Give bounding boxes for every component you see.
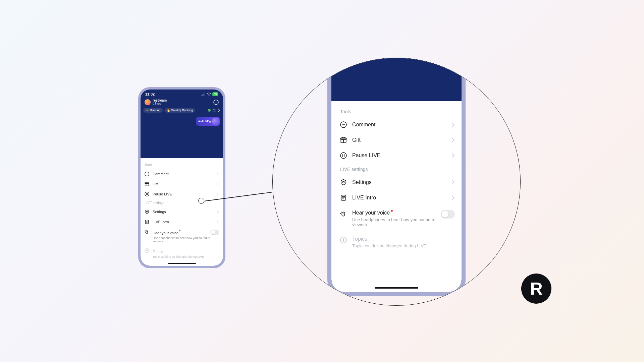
home-indicator	[375, 287, 418, 289]
settings-topics-row: Topics Topic couldn't be changed during …	[145, 246, 219, 261]
row-subtitle: Topic couldn't be changed during LIVE	[153, 255, 204, 258]
row-label: Topics	[153, 250, 163, 254]
stream-header: restream 0 likes	[141, 98, 223, 107]
gift-icon	[145, 182, 149, 186]
phone-frame-small: 11:02 85 restream 0 likes	[138, 87, 225, 268]
row-subtitle: Topic couldn't be changed during LIVE	[352, 243, 426, 248]
gaming-chip[interactable]: 🎮 Gaming	[143, 108, 163, 113]
document-icon	[145, 220, 149, 224]
row-label: Hear your voice	[352, 210, 390, 216]
chevron-right-icon	[452, 153, 455, 158]
chevron-right-icon	[218, 108, 220, 112]
home-indicator	[168, 263, 196, 264]
restream-logo-badge: R	[521, 274, 551, 304]
row-label: Comment	[352, 122, 375, 128]
add-live-goal-button[interactable]: Add LIVE goal	[196, 117, 220, 126]
logo-letter: R	[530, 279, 543, 299]
fire-icon: 🔥	[167, 109, 170, 112]
power-icon[interactable]	[213, 99, 219, 105]
settings-intro-row[interactable]: LIVE Intro	[145, 217, 219, 227]
status-bar: 11:02 85	[141, 89, 223, 98]
row-label: Pause LIVE	[153, 192, 172, 196]
pause-icon	[340, 152, 347, 159]
pause-icon	[145, 192, 149, 196]
settings-general-row[interactable]: Settings	[145, 207, 219, 217]
row-subtitle: Use headphones to hear how you sound to …	[352, 217, 441, 227]
phone-screen-small: 11:02 85 restream 0 likes	[141, 89, 223, 266]
wifi-icon	[207, 93, 211, 96]
callout-connector-anchor	[198, 198, 204, 204]
hear-voice-toggle[interactable]	[210, 230, 219, 235]
header-mini-icons[interactable]	[208, 108, 220, 112]
row-subtitle: Use headphones to hear how you sound to …	[153, 236, 210, 243]
zoom-circle: Tools Comment Gift	[272, 58, 521, 306]
cellular-icon	[202, 93, 206, 96]
document-icon	[340, 194, 347, 201]
settings-sheet-small: Tools Comment Gift	[141, 158, 223, 266]
chip-label: Gaming	[150, 109, 161, 112]
svg-rect-23	[204, 94, 204, 96]
row-label: Comment	[153, 172, 169, 176]
chevron-right-icon	[452, 195, 455, 200]
settings-hear-voice-row[interactable]: Hear your voice Use headphones to hear h…	[340, 205, 455, 232]
settings-sheet-large: Tools Comment Gift	[331, 101, 462, 292]
chevron-right-icon	[217, 192, 219, 196]
chevron-right-icon	[217, 210, 219, 214]
profile-block[interactable]: restream 0 likes	[145, 99, 167, 105]
tools-pause-row[interactable]: Pause LIVE	[145, 189, 219, 199]
illustration-canvas: 11:02 85 restream 0 likes	[78, 44, 566, 318]
settings-hear-voice-row[interactable]: Hear your voice Use headphones to hear h…	[145, 227, 219, 246]
svg-rect-24	[205, 93, 205, 96]
hear-voice-toggle[interactable]	[441, 210, 455, 219]
tools-comment-row[interactable]: Comment	[340, 117, 455, 132]
chevron-right-icon	[452, 138, 455, 142]
row-label: Pause LIVE	[352, 153, 381, 159]
comment-icon	[145, 172, 149, 176]
gear-icon	[340, 179, 347, 186]
chip-label: Weekly Ranking	[171, 109, 193, 112]
plus-circle-icon	[340, 237, 347, 243]
chips-row: 🎮 Gaming 🔥 Weekly Ranking	[141, 107, 223, 114]
plus-circle-icon	[145, 248, 149, 253]
comment-icon	[340, 121, 347, 128]
tools-gift-row[interactable]: Gift	[340, 132, 455, 148]
live-settings-section-title: LIVE settings	[340, 167, 455, 172]
row-label: Gift	[352, 137, 361, 143]
tools-pause-row[interactable]: Pause LIVE	[340, 148, 455, 163]
row-label: Settings	[352, 179, 372, 185]
svg-rect-21	[202, 95, 202, 96]
row-label: Hear your voice	[153, 231, 178, 235]
ear-icon	[340, 210, 347, 217]
settings-general-row[interactable]: Settings	[340, 175, 455, 190]
rose-icon	[208, 109, 211, 112]
chevron-right-icon	[452, 122, 455, 127]
swirl-icon	[212, 118, 219, 125]
tools-comment-row[interactable]: Comment	[145, 169, 219, 179]
live-settings-section-title: LIVE settings	[145, 201, 219, 205]
home-icon	[212, 108, 216, 112]
status-time: 11:02	[145, 92, 155, 96]
chevron-right-icon	[452, 180, 455, 185]
gift-icon	[340, 137, 347, 143]
settings-topics-row: Topics Topic couldn't be changed during …	[340, 232, 455, 253]
settings-intro-row[interactable]: LIVE Intro	[340, 190, 455, 205]
chevron-right-icon	[217, 172, 219, 176]
svg-rect-22	[203, 94, 203, 96]
tools-gift-row[interactable]: Gift	[145, 179, 219, 189]
chevron-right-icon	[217, 182, 219, 186]
row-label: Topics	[352, 236, 367, 242]
avatar	[145, 99, 151, 105]
new-indicator-dot	[391, 210, 393, 212]
chevron-right-icon	[217, 220, 219, 224]
phone-screen-large: Tools Comment Gift	[331, 58, 462, 292]
new-indicator-dot	[179, 230, 180, 231]
likes-label: 0 likes	[153, 102, 167, 105]
phone-frame-large: Tools Comment Gift	[327, 58, 466, 296]
tools-section-title: Tools	[145, 163, 219, 167]
ear-icon	[145, 230, 149, 234]
row-label: Gift	[153, 182, 158, 186]
row-label: Settings	[153, 210, 166, 214]
tools-section-title: Tools	[340, 109, 455, 114]
ranking-chip[interactable]: 🔥 Weekly Ranking	[165, 108, 195, 113]
gear-icon	[145, 209, 149, 214]
